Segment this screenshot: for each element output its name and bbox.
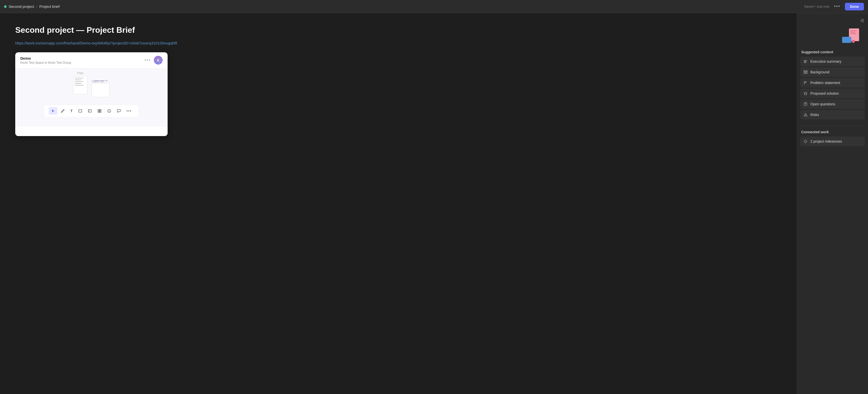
- svg-point-23: [805, 105, 806, 105]
- svg-rect-6: [100, 111, 101, 112]
- connected-label-milestones: 2 project milestones: [810, 139, 842, 143]
- toolbar-emoji-btn[interactable]: [105, 107, 114, 115]
- svg-point-9: [110, 110, 110, 111]
- toolbar-sticky-btn[interactable]: [86, 107, 94, 115]
- panel-illustration-svg: [840, 27, 863, 45]
- canvas-line: [75, 83, 81, 84]
- canvas-content: Page: [58, 68, 125, 105]
- saved-status: Saved • Just now: [804, 5, 829, 8]
- canvas-line: [75, 78, 84, 78]
- svg-rect-13: [850, 32, 855, 32]
- suggested-item-proposed-solution[interactable]: Proposed solution: [800, 89, 865, 98]
- toolbar-text-btn[interactable]: T: [68, 107, 75, 115]
- embed-header-right: ••• K: [145, 56, 162, 64]
- comment-icon: [117, 109, 121, 113]
- background-icon: [804, 70, 808, 74]
- canvas-team-group: Team Pla...: [91, 80, 110, 97]
- canvas-line: [75, 85, 84, 86]
- suggested-item-open-questions[interactable]: Open questions: [800, 99, 865, 109]
- avatar: K: [154, 56, 162, 64]
- main-layout: Second project — Project Brief https://w…: [0, 13, 868, 394]
- risks-icon: [804, 113, 808, 117]
- breadcrumb: Second project › Project brief: [4, 4, 60, 9]
- proposed-solution-icon: [804, 91, 808, 95]
- select-icon: [51, 109, 55, 113]
- svg-point-8: [108, 110, 109, 111]
- emoji-icon: [107, 109, 111, 113]
- milestones-icon: [804, 139, 808, 143]
- connected-item-milestones[interactable]: 2 project milestones: [800, 137, 865, 146]
- question-icon: [803, 102, 808, 106]
- collapse-button[interactable]: [858, 17, 865, 25]
- svg-rect-3: [98, 109, 99, 111]
- embed-body[interactable]: Page: [15, 68, 167, 127]
- embed-header: Demo Kevin Test Space in Kevin Test Grou…: [15, 52, 167, 68]
- embed-subtitle: Kevin Test Space in Kevin Test Group: [20, 61, 71, 64]
- frame-icon: [97, 109, 101, 113]
- svg-marker-21: [804, 92, 807, 95]
- suggested-label-proposed-solution: Proposed solution: [810, 91, 839, 95]
- breadcrumb-separator: ›: [36, 5, 37, 9]
- canvas-line: [75, 79, 81, 80]
- breadcrumb-page: Project brief: [39, 4, 60, 9]
- topbar-more-button[interactable]: •••: [832, 3, 842, 10]
- embed-card: Demo Kevin Test Space in Kevin Test Grou…: [15, 52, 167, 136]
- topbar-right: Saved • Just now ••• Done: [804, 3, 864, 10]
- toolbar-rect-btn[interactable]: [76, 107, 85, 115]
- svg-rect-0: [79, 110, 82, 112]
- suggested-item-problem-statement[interactable]: Problem statement: [800, 78, 865, 88]
- problem-statement-icon: [804, 81, 808, 85]
- executive-summary-icon: [804, 59, 808, 63]
- svg-rect-4: [100, 109, 101, 111]
- content-area: Second project — Project Brief https://w…: [0, 13, 797, 394]
- svg-point-25: [805, 116, 806, 116]
- done-button[interactable]: Done: [845, 3, 864, 10]
- svg-rect-14: [850, 33, 856, 34]
- canvas-page-label: Page: [77, 71, 84, 74]
- svg-point-7: [108, 109, 111, 112]
- page-title: Second project — Project Brief: [15, 25, 782, 35]
- embed-more-button[interactable]: •••: [145, 58, 151, 63]
- suggested-item-executive-summary[interactable]: Executive summary: [800, 57, 865, 66]
- page-link[interactable]: https://work.invisionapp.com/freehand/De…: [15, 41, 782, 45]
- connected-work-title: Connected work: [800, 130, 865, 134]
- layout-icon: [803, 70, 808, 74]
- canvas-page-group: Page: [73, 76, 87, 94]
- suggested-item-risks[interactable]: Risks: [800, 110, 865, 120]
- embed-title-block: Demo Kevin Test Space in Kevin Test Grou…: [20, 56, 71, 64]
- suggested-content-title: Suggested content: [800, 50, 865, 54]
- svg-rect-16: [842, 37, 851, 43]
- toolbar-comment-btn[interactable]: [115, 107, 123, 115]
- panel-illustration: [800, 27, 865, 45]
- toolbar-pen-btn[interactable]: [58, 107, 67, 115]
- svg-rect-5: [98, 111, 99, 112]
- embed-toolbar: T: [45, 105, 138, 117]
- canvas-line: [75, 81, 84, 82]
- breadcrumb-project[interactable]: Second project: [9, 4, 34, 9]
- canvas-team-label: Team Pla...: [91, 80, 105, 83]
- warning-icon: [803, 112, 808, 117]
- suggested-label-open-questions: Open questions: [810, 102, 835, 106]
- conn-line: [105, 80, 107, 81]
- svg-rect-18: [804, 71, 807, 72]
- svg-rect-20: [806, 72, 807, 74]
- star-icon: [803, 91, 808, 96]
- canvas-team-card: [91, 83, 110, 97]
- canvas-page-card: [73, 76, 87, 94]
- suggested-label-background: Background: [810, 70, 829, 74]
- divider: [800, 126, 865, 126]
- text-icon: T: [70, 109, 73, 113]
- text-icon: [803, 59, 808, 64]
- suggested-item-background[interactable]: Background: [800, 67, 865, 77]
- toolbar-frame-btn[interactable]: [95, 107, 104, 115]
- toolbar-select-btn[interactable]: [49, 107, 57, 115]
- svg-point-17: [852, 40, 855, 43]
- panel-collapse: [800, 17, 865, 25]
- svg-rect-1: [88, 110, 91, 112]
- collapse-panel-icon: [859, 18, 864, 23]
- suggested-label-executive-summary: Executive summary: [810, 59, 841, 63]
- toolbar-more-btn[interactable]: •••: [124, 107, 134, 115]
- project-status-dot: [4, 5, 7, 8]
- open-questions-icon: [804, 102, 808, 106]
- flag-icon: [803, 80, 808, 85]
